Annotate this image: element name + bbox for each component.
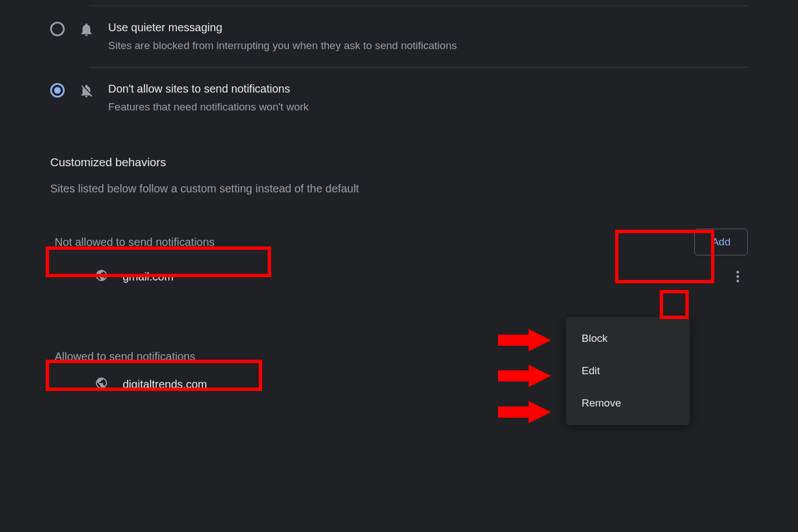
svg-point-1 xyxy=(737,275,739,278)
globe-icon xyxy=(95,269,108,284)
annotation-arrow-icon xyxy=(498,401,551,423)
option-title: Use quieter messaging xyxy=(108,20,748,35)
option-text: Don't allow sites to send notifications … xyxy=(108,81,748,115)
customized-behaviors-desc: Sites listed below follow a custom setti… xyxy=(50,182,748,195)
option-text: Use quieter messaging Sites are blocked … xyxy=(108,20,748,54)
option-desc: Sites are blocked from interrupting you … xyxy=(108,38,748,54)
svg-point-2 xyxy=(737,280,739,283)
site-name: digitaltrends.com xyxy=(123,378,207,391)
allowed-title: Allowed to send notifications xyxy=(50,348,200,365)
svg-point-0 xyxy=(737,271,739,274)
svg-marker-5 xyxy=(498,401,551,423)
bell-icon xyxy=(77,22,96,37)
site-left: gmail.com xyxy=(95,269,173,284)
not-allowed-header: Not allowed to send notifications Add xyxy=(50,229,748,255)
menu-item-remove[interactable]: Remove xyxy=(566,387,690,419)
customized-behaviors-heading: Customized behaviors xyxy=(50,156,748,169)
menu-item-edit[interactable]: Edit xyxy=(566,355,690,387)
menu-item-block[interactable]: Block xyxy=(566,322,690,355)
more-actions-button[interactable] xyxy=(728,267,748,287)
site-left: digitaltrends.com xyxy=(95,376,207,392)
not-allowed-title: Not allowed to send notifications xyxy=(50,234,219,251)
option-block-notifications[interactable]: Don't allow sites to send notifications … xyxy=(50,67,748,128)
option-title: Don't allow sites to send notifications xyxy=(108,81,748,96)
radio-quieter[interactable] xyxy=(50,22,65,36)
option-quieter-messaging[interactable]: Use quieter messaging Sites are blocked … xyxy=(50,6,748,67)
bell-off-icon xyxy=(77,83,96,99)
site-row-blocked: gmail.com xyxy=(50,255,748,298)
context-menu: Block Edit Remove xyxy=(566,317,690,425)
site-name: gmail.com xyxy=(123,270,173,283)
globe-icon xyxy=(95,376,108,392)
radio-block[interactable] xyxy=(50,83,65,98)
option-desc: Features that need notifications won't w… xyxy=(108,100,748,115)
add-button[interactable]: Add xyxy=(694,229,748,255)
